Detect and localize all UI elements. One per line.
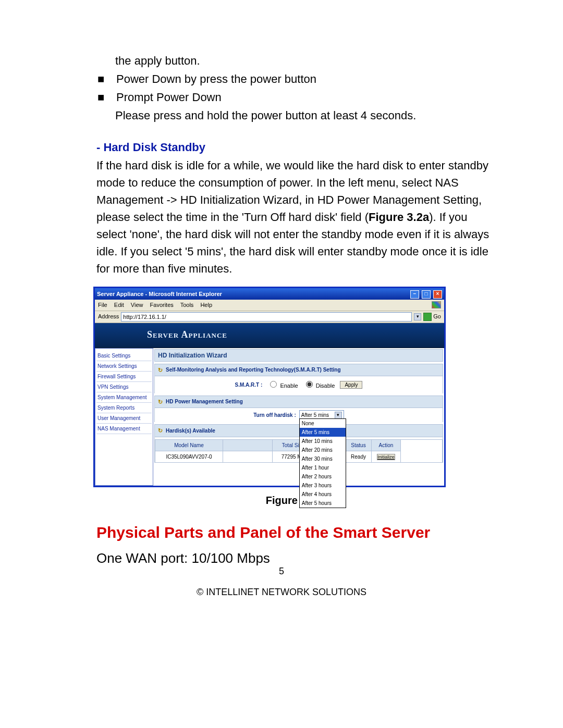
menu-edit[interactable]: Edit: [114, 302, 124, 308]
sidebar-item-sysmgmt[interactable]: System Management: [96, 392, 152, 403]
opt-5[interactable]: After 5 mins: [300, 428, 346, 437]
address-bar: Address ▾ Go: [95, 311, 444, 323]
figure-ref: Figure 3.2a: [369, 211, 429, 224]
opt-4h[interactable]: After 4 hours: [300, 490, 346, 499]
hard-disk-standby-heading: - Hard Disk Standby: [96, 139, 490, 156]
cell-status: Ready: [346, 451, 372, 462]
smart-disable-radio[interactable]: [306, 381, 313, 388]
cell-action: Initialize: [372, 451, 401, 462]
col-model: Model Name: [155, 440, 223, 451]
figure-caption: Figure 3.2a: [96, 492, 490, 508]
sidebar-item-network[interactable]: Network Settings: [96, 361, 152, 372]
go-label[interactable]: Go: [433, 312, 441, 321]
page-title: HD Initialization Wizard: [154, 349, 443, 362]
opt-none[interactable]: None: [300, 419, 346, 428]
bullet-1-text: Power Down by press the power button: [116, 70, 490, 88]
go-icon[interactable]: [423, 313, 432, 321]
bullet-2: ■ Prompt Power Down: [96, 89, 490, 106]
chevron-down-icon[interactable]: ▾: [335, 412, 342, 419]
refresh-icon[interactable]: ↻: [158, 366, 163, 375]
windows-flag-icon: [432, 301, 441, 309]
maximize-button[interactable]: □: [422, 290, 431, 299]
cell-model: IC35L090AVV207-0: [155, 451, 223, 462]
smart-disable-option[interactable]: Disable: [303, 379, 335, 390]
initialize-button[interactable]: Initialize: [377, 454, 395, 460]
smart-enable-option[interactable]: Enable: [267, 379, 298, 390]
sidebar-item-usermgmt[interactable]: User Management: [96, 413, 152, 424]
menu-help[interactable]: Help: [200, 302, 212, 308]
menu-view[interactable]: View: [131, 302, 143, 308]
apply-button[interactable]: Apply: [340, 381, 362, 389]
page-number: 5: [0, 566, 563, 577]
sidebar-item-vpn[interactable]: VPN Settings: [96, 382, 152, 392]
browser-window: Server Appliance - Microsoft Internet Ex…: [93, 287, 446, 487]
bullet-2-text: Prompt Power Down: [116, 89, 490, 106]
address-input[interactable]: [121, 312, 412, 322]
address-dropdown-icon[interactable]: ▾: [414, 313, 421, 320]
sidebar-item-sysreports[interactable]: System Reports: [96, 403, 152, 413]
turnoff-dropdown[interactable]: After 5 mins ▾ None After 5 mins After 1…: [299, 410, 344, 420]
square-bullet-icon: ■: [96, 89, 116, 106]
sidebar-item-nasmgmt[interactable]: NAS Management: [96, 424, 152, 434]
physical-parts-heading: Physical Parts and Panel of the Smart Se…: [96, 521, 490, 544]
opt-20[interactable]: After 20 mins: [300, 446, 346, 454]
intro-line-prev: the apply button.: [96, 52, 490, 69]
smart-enable-radio[interactable]: [270, 381, 277, 388]
copyright-line: © INTELLINET NETWORK SOLUTIONS: [0, 587, 563, 598]
turnoff-label: Turn off hardisk :: [253, 411, 296, 419]
opt-10[interactable]: After 10 mins: [300, 437, 346, 446]
smart-section-title: Self-Monitoring Analysis and Reporting T…: [166, 366, 341, 374]
refresh-icon[interactable]: ↻: [158, 398, 163, 406]
dropdown-list: None After 5 mins After 10 mins After 20…: [299, 418, 346, 508]
menu-tools[interactable]: Tools: [180, 302, 194, 308]
square-bullet-icon: ■: [96, 70, 116, 88]
main-panel: HD Initialization Wizard ↻ Self-Monitori…: [153, 348, 444, 486]
document-page: the apply button. ■ Power Down by press …: [0, 0, 563, 602]
bullet-1: ■ Power Down by press the power button: [96, 70, 490, 88]
refresh-icon[interactable]: ↻: [158, 426, 163, 435]
enable-text: Enable: [280, 382, 298, 389]
sidebar-item-basic[interactable]: Basic Settings: [96, 351, 152, 361]
menu-favorites[interactable]: Favorites: [150, 302, 174, 308]
wan-port-line: One WAN port: 10/100 Mbps: [96, 548, 490, 569]
sidebar-item-firewall[interactable]: Firewall Settings: [96, 372, 152, 382]
col-status: Status: [346, 440, 372, 451]
power-section: ↻ HD Power Management Setting Turn off h…: [154, 396, 443, 423]
col-action: Action: [372, 440, 401, 451]
minimize-button[interactable]: –: [410, 290, 419, 299]
power-section-title: HD Power Management Setting: [166, 398, 243, 405]
opt-2h[interactable]: After 2 hours: [300, 472, 346, 481]
dropdown-selected: After 5 mins: [301, 411, 329, 419]
opt-3h[interactable]: After 3 hours: [300, 481, 346, 490]
opt-5h[interactable]: After 5 hours: [300, 499, 346, 508]
window-title-text: Server Appliance - Microsoft Internet Ex…: [97, 290, 222, 299]
disable-text: Disable: [316, 382, 335, 389]
close-button[interactable]: ×: [433, 290, 442, 299]
cell-blank: [223, 451, 273, 462]
menu-file[interactable]: File: [98, 302, 107, 308]
col-blank: [223, 440, 273, 451]
intro-block: the apply button. ■ Power Down by press …: [96, 52, 490, 124]
address-label: Address: [98, 312, 119, 321]
opt-30[interactable]: After 30 mins: [300, 454, 346, 463]
window-buttons: – □ ×: [409, 289, 442, 299]
opt-1h[interactable]: After 1 hour: [300, 463, 346, 472]
hdd-section-title: Hardisk(s) Available: [166, 427, 215, 435]
menu-items: File Edit View Favorites Tools Help: [98, 301, 217, 310]
sidebar: Basic Settings Network Settings Firewall…: [95, 348, 153, 486]
intro-line-after: Please press and hold the power button a…: [96, 107, 490, 124]
smart-section: ↻ Self-Monitoring Analysis and Reporting…: [154, 364, 443, 393]
window-titlebar[interactable]: Server Appliance - Microsoft Internet Ex…: [95, 288, 444, 300]
standby-paragraph: If the hard disk is idle for a while, we…: [96, 157, 490, 277]
app-banner: Server Appliance: [95, 323, 444, 348]
smart-label: S.M.A.R.T :: [235, 381, 263, 389]
menu-bar: File Edit View Favorites Tools Help: [95, 300, 444, 311]
